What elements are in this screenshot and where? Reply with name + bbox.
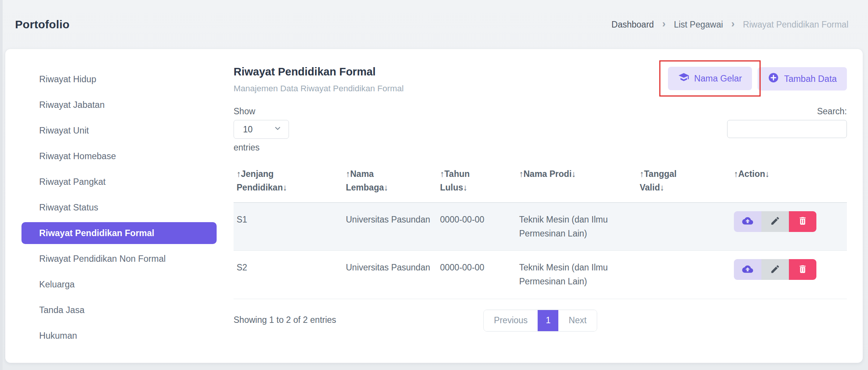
- sort-asc-icon: ↑: [346, 169, 350, 179]
- cell-jenjang: S1: [234, 203, 343, 251]
- page-title: Riwayat Pendidikan Formal: [234, 66, 403, 78]
- sort-asc-icon: ↑: [237, 169, 241, 179]
- cell-tanggal-valid: [637, 203, 731, 251]
- entries-label: entries: [234, 143, 289, 153]
- sort-asc-icon: ↑: [640, 169, 644, 179]
- showing-entries-text: Showing 1 to 2 of 2 entries: [234, 315, 336, 325]
- table-header-row: ↑Jenjang Pendidikan↓ ↑Nama Lembaga↓ ↑Tah…: [234, 162, 847, 203]
- page-length-block: Show 10 entries: [234, 106, 289, 153]
- cell-lembaga: Universitas Pasundan: [343, 251, 437, 299]
- toolbar: Nama Gelar Tambah Data: [659, 66, 847, 97]
- chevron-down-icon: [274, 124, 282, 135]
- sidebar-item-riwayat-status[interactable]: Riwayat Status: [21, 195, 218, 220]
- pagination-previous[interactable]: Previous: [484, 310, 538, 331]
- cell-tahun: 0000-00-00: [437, 203, 516, 251]
- plus-circle-icon: [768, 72, 779, 86]
- pencil-icon: [770, 264, 780, 275]
- graduation-cap-icon: [678, 72, 689, 85]
- action-button-group: [734, 259, 816, 280]
- data-table: ↑Jenjang Pendidikan↓ ↑Nama Lembaga↓ ↑Tah…: [234, 162, 847, 299]
- page-left-edge: [0, 0, 3, 370]
- pagination-next[interactable]: Next: [559, 310, 597, 331]
- search-label: Search:: [817, 106, 847, 117]
- breadcrumb-separator-icon: ›: [731, 19, 735, 29]
- sidebar-item-riwayat-jabatan[interactable]: Riwayat Jabatan: [21, 92, 218, 118]
- show-label: Show: [234, 106, 289, 117]
- delete-button[interactable]: [789, 259, 816, 280]
- trash-icon: [798, 264, 808, 275]
- delete-button[interactable]: [789, 211, 816, 232]
- page-length-select[interactable]: 10: [234, 120, 289, 139]
- search-input[interactable]: [727, 120, 847, 138]
- action-button-group: [734, 211, 816, 232]
- breadcrumb: Dashboard › List Pegawai › Riwayat Pendi…: [611, 20, 848, 30]
- tambah-data-label: Tambah Data: [784, 74, 837, 84]
- cell-tanggal-valid: [637, 251, 731, 299]
- sort-desc-icon: ↓: [463, 183, 468, 192]
- sidebar-nav: Riwayat Hidup Riwayat Jabatan Riwayat Un…: [5, 49, 218, 363]
- cell-tahun: 0000-00-00: [437, 251, 516, 299]
- page-subtitle: Manajemen Data Riwayat Pendidikan Formal: [234, 84, 403, 94]
- upload-button[interactable]: [734, 259, 761, 280]
- table-row: S2 Universitas Pasundan 0000-00-00 Tekni…: [234, 251, 847, 299]
- main-card: Riwayat Hidup Riwayat Jabatan Riwayat Un…: [5, 49, 863, 363]
- sidebar-item-tanda-jasa[interactable]: Tanda Jasa: [21, 297, 218, 323]
- sidebar-item-riwayat-hidup[interactable]: Riwayat Hidup: [21, 66, 218, 92]
- sort-asc-icon: ↑: [440, 169, 445, 179]
- sidebar-item-riwayat-pangkat[interactable]: Riwayat Pangkat: [21, 169, 218, 195]
- app-title: Portofolio: [15, 18, 70, 31]
- pencil-icon: [770, 216, 780, 227]
- sort-asc-icon: ↑: [734, 169, 738, 179]
- cell-prodi: Teknik Mesin (dan Ilmu Permesinan Lain): [516, 203, 637, 251]
- cell-lembaga: Universitas Pasundan: [343, 203, 437, 251]
- search-block: Search:: [727, 106, 847, 138]
- sort-desc-icon: ↓: [283, 183, 287, 192]
- breadcrumb-dashboard[interactable]: Dashboard: [611, 20, 654, 30]
- table-row: S1 Universitas Pasundan 0000-00-00 Tekni…: [234, 203, 847, 251]
- sidebar-item-riwayat-pendidikan-formal[interactable]: Riwayat Pendidikan Formal: [21, 222, 217, 244]
- column-header-tahun-lulus[interactable]: ↑Tahun Lulus↓: [437, 162, 516, 203]
- nama-gelar-button[interactable]: Nama Gelar: [668, 67, 752, 90]
- breadcrumb-separator-icon: ›: [662, 19, 666, 29]
- cell-prodi: Teknik Mesin (dan Ilmu Permesinan Lain): [516, 251, 637, 299]
- tambah-data-button[interactable]: Tambah Data: [758, 67, 847, 91]
- pagination: Previous 1 Next: [483, 310, 597, 332]
- table-footer: Showing 1 to 2 of 2 entries Previous 1 N…: [234, 310, 847, 336]
- sort-desc-icon: ↓: [660, 183, 665, 192]
- breadcrumb-list-pegawai[interactable]: List Pegawai: [674, 20, 723, 30]
- breadcrumb-current-page: Riwayat Pendidikan Formal: [743, 20, 848, 30]
- column-header-action[interactable]: ↑Action↓: [731, 162, 847, 203]
- sidebar-item-hukuman[interactable]: Hukuman: [21, 323, 218, 349]
- sort-desc-icon: ↓: [384, 183, 388, 192]
- sort-desc-icon: ↓: [572, 169, 576, 179]
- cloud-upload-icon: [742, 264, 753, 276]
- nama-gelar-label: Nama Gelar: [694, 74, 742, 84]
- pagination-page-1[interactable]: 1: [538, 310, 559, 331]
- sidebar-item-riwayat-homebase[interactable]: Riwayat Homebase: [21, 143, 218, 169]
- column-header-jenjang-pendidikan[interactable]: ↑Jenjang Pendidikan↓: [234, 162, 343, 203]
- edit-button[interactable]: [761, 211, 789, 232]
- column-header-tanggal-valid[interactable]: ↑Tanggal Valid↓: [637, 162, 731, 203]
- sidebar-item-riwayat-pendidikan-non-formal[interactable]: Riwayat Pendidikan Non Formal: [21, 246, 218, 272]
- trash-icon: [798, 216, 808, 227]
- column-header-nama-lembaga[interactable]: ↑Nama Lembaga↓: [343, 162, 437, 203]
- edit-button[interactable]: [761, 259, 789, 280]
- cell-action: [731, 203, 847, 251]
- column-header-nama-prodi[interactable]: ↑Nama Prodi↓: [516, 162, 637, 203]
- cell-action: [731, 251, 847, 299]
- sidebar-item-riwayat-unit[interactable]: Riwayat Unit: [21, 118, 218, 143]
- page-length-value: 10: [243, 124, 253, 135]
- sort-desc-icon: ↓: [765, 169, 770, 179]
- sidebar-item-keluarga[interactable]: Keluarga: [21, 272, 218, 297]
- page-heading: Riwayat Pendidikan Formal Manajemen Data…: [234, 66, 403, 94]
- cell-jenjang: S2: [234, 251, 343, 299]
- red-annotation-rectangle: Nama Gelar: [659, 60, 761, 97]
- topbar: Portofolio Dashboard › List Pegawai › Ri…: [0, 0, 868, 49]
- sort-asc-icon: ↑: [519, 169, 524, 179]
- upload-button[interactable]: [734, 211, 761, 232]
- content-panel: Riwayat Pendidikan Formal Manajemen Data…: [218, 49, 863, 363]
- cloud-upload-icon: [742, 215, 753, 227]
